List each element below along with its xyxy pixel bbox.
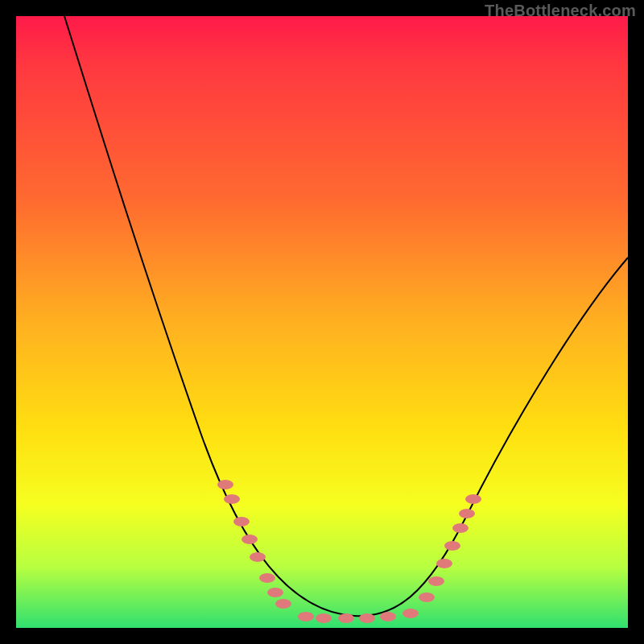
curve-marker bbox=[465, 494, 481, 504]
watermark-text: TheBottleneck.com bbox=[485, 2, 636, 20]
curve-marker bbox=[338, 613, 354, 623]
curve-marker bbox=[233, 517, 250, 526]
curve-marker bbox=[436, 559, 452, 568]
curve-marker bbox=[224, 494, 240, 504]
curve-marker bbox=[452, 523, 469, 533]
curve-marker bbox=[242, 535, 258, 544]
chart-frame: TheBottleneck.com bbox=[0, 0, 644, 644]
plot-area bbox=[16, 16, 628, 628]
chart-svg bbox=[16, 16, 628, 628]
curve-marker bbox=[459, 509, 475, 518]
curve-marker bbox=[250, 552, 266, 562]
curve-marker bbox=[380, 612, 396, 621]
curve-marker bbox=[402, 609, 419, 618]
curve-marker bbox=[267, 588, 283, 597]
curve-marker bbox=[275, 599, 291, 609]
curve-marker bbox=[298, 612, 314, 621]
bottleneck-curve bbox=[64, 16, 628, 616]
curve-marker bbox=[259, 573, 275, 583]
curve-marker bbox=[316, 613, 332, 623]
curve-marker bbox=[444, 541, 460, 551]
curve-marker bbox=[428, 576, 444, 586]
curve-marker bbox=[359, 613, 375, 623]
curve-marker bbox=[217, 480, 233, 489]
curve-marker bbox=[419, 592, 435, 602]
